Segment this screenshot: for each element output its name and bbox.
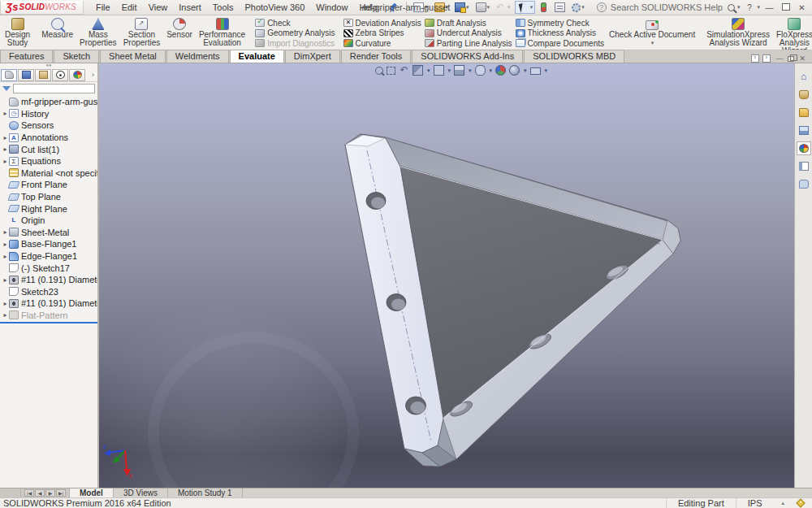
compare-documents-button[interactable]: Compare Documents [516, 38, 604, 48]
tab-evaluate[interactable]: Evaluate [230, 50, 284, 63]
print-dropdown-caret[interactable]: ▾ [487, 4, 490, 11]
tree-item-sketch17[interactable]: (-) Sketch17 [0, 262, 97, 274]
check-button[interactable]: Check [255, 18, 335, 28]
design-study-button[interactable]: Design Study ▾ [2, 16, 33, 50]
expand-arrow-icon[interactable]: ▸ [2, 276, 9, 284]
dimxpert-manager-tab[interactable] [52, 69, 68, 81]
search-dropdown-caret[interactable]: ▾ [737, 4, 741, 11]
search-icon[interactable] [728, 4, 735, 11]
menu-photoview360[interactable]: PhotoView 360 [239, 1, 310, 14]
select-dropdown-caret[interactable]: ▾ [530, 4, 533, 11]
help-button[interactable]: ? [742, 2, 756, 13]
curvature-button[interactable]: Curvature [343, 38, 421, 48]
tag-icon[interactable] [796, 498, 805, 507]
minimize-button[interactable]: — [762, 2, 776, 13]
tree-item-sketch23[interactable]: Sketch23 [0, 286, 97, 298]
zoom-to-fit-icon[interactable] [375, 67, 383, 75]
zebra-stripes-button[interactable]: Zebra Stripes [343, 28, 421, 38]
thickness-analysis-button[interactable]: Thickness Analysis [516, 28, 604, 38]
view-orientation-icon[interactable] [434, 65, 444, 76]
tree-item-flat-pattern[interactable]: ▸Flat-Pattern [0, 310, 97, 322]
tree-item-hole2[interactable]: ▸#11 (0.191) Diameter Hole2 [0, 297, 97, 310]
expand-arrow-icon[interactable]: ▸ [2, 253, 9, 260]
edit-appearance-icon[interactable] [495, 65, 506, 76]
tab-motion-study-1[interactable]: Motion Study 1 [168, 488, 243, 497]
close-button[interactable]: ✕ [795, 2, 809, 13]
help-dropdown-caret[interactable]: ▾ [757, 4, 760, 11]
undo-button[interactable]: ↶▾ [494, 1, 513, 14]
units-caret[interactable]: ▴ [773, 500, 793, 506]
import-diagnostics-button[interactable]: Import Diagnostics [255, 38, 335, 48]
expand-arrow-icon[interactable]: ▸ [2, 110, 9, 117]
save-dropdown-caret[interactable]: ▾ [466, 4, 469, 11]
section-properties-button[interactable]: Section Properties [120, 16, 164, 50]
section-view-icon[interactable] [412, 65, 423, 76]
tab-sheet-metal[interactable]: Sheet Metal [100, 50, 166, 63]
print-button[interactable]: ▾ [473, 1, 493, 14]
configuration-manager-tab[interactable] [35, 69, 51, 81]
tab-model[interactable]: Model [70, 488, 114, 497]
solidworks-resources-button[interactable]: ⌂ [797, 70, 811, 84]
tree-item-history[interactable]: ▸◷History [0, 108, 97, 120]
help-circle-icon[interactable]: ? [597, 2, 607, 12]
tab-weldments[interactable]: Weldments [166, 50, 229, 63]
tree-item-sensors[interactable]: Sensors [0, 119, 97, 132]
draft-analysis-button[interactable]: Draft Analysis [425, 18, 512, 28]
tree-item-annotations[interactable]: ▸AAnnotations [0, 132, 97, 144]
tab-solidworks-add-ins[interactable]: SOLIDWORKS Add-Ins [412, 50, 523, 63]
menu-view[interactable]: View [143, 1, 174, 14]
tree-item-equations[interactable]: ▸ΣEquations [0, 155, 97, 167]
mass-properties-button[interactable]: Mass Properties [76, 16, 120, 50]
simulationxpress-button[interactable]: SimulationXpress Analysis Wizard [703, 16, 773, 50]
menu-tools[interactable]: Tools [207, 1, 240, 14]
view-settings-caret[interactable]: ▾ [545, 67, 548, 74]
floxpress-button[interactable]: FloXpress Analysis Wizard [773, 16, 812, 50]
restore-button[interactable] [779, 2, 793, 13]
previous-view-icon[interactable]: ↶ [399, 65, 409, 76]
tab-solidworks-mbd[interactable]: SOLIDWORKS MBD [524, 50, 624, 63]
section-caret[interactable]: ▾ [427, 67, 430, 74]
units-selector[interactable]: IPS [736, 498, 774, 508]
sensor-button[interactable]: Sensor [163, 16, 196, 50]
apply-scene-icon[interactable] [509, 65, 520, 76]
property-manager-tab[interactable] [18, 69, 34, 81]
menu-window[interactable]: Window [310, 1, 353, 14]
next-tab-button[interactable]: ▶ [45, 489, 55, 497]
last-tab-button[interactable]: ▶| [56, 489, 66, 497]
expand-arrow-icon[interactable]: ▸ [2, 145, 9, 153]
solidworks-forum-button[interactable] [797, 177, 811, 191]
performance-evaluation-button[interactable]: Performance Evaluation [196, 16, 248, 50]
tree-item-material[interactable]: Material <not specified> [0, 167, 97, 180]
tree-item-base-flange[interactable]: ▸Base-Flange1 [0, 238, 97, 250]
tab-dimxpert[interactable]: DimXpert [285, 50, 340, 63]
tree-item-front-plane[interactable]: Front Plane [0, 179, 97, 191]
save-button[interactable]: ▾ [452, 1, 472, 14]
menu-edit[interactable]: Edit [116, 1, 143, 14]
doc-minimize-button[interactable]: — [774, 54, 784, 63]
tree-item-edge-flange[interactable]: ▸Edge-Flange1 [0, 250, 97, 263]
parting-line-analysis-button[interactable]: Parting Line Analysis [425, 38, 512, 48]
options-dropdown-caret[interactable]: ▾ [581, 4, 585, 11]
doc-restore-button[interactable] [788, 56, 794, 62]
measure-button[interactable]: Measure [38, 16, 76, 50]
view-palette-button[interactable] [797, 124, 811, 137]
view-settings-icon[interactable] [530, 67, 541, 75]
custom-properties-button[interactable] [797, 159, 811, 173]
tree-item-top-plane[interactable]: Top Plane [0, 191, 97, 203]
panel-tabs-chevron[interactable]: › [92, 71, 97, 79]
tree-item-cut-list[interactable]: ▸Cut list(1) [0, 143, 97, 155]
select-button[interactable]: ▾ [515, 1, 536, 14]
tree-item-hole1[interactable]: ▸#11 (0.191) Diameter Hole1 [0, 274, 97, 286]
file-explorer-button[interactable] [797, 106, 811, 119]
first-tab-button[interactable]: |◀ [24, 489, 34, 497]
zoom-to-area-icon[interactable] [387, 67, 395, 75]
hide-show-items-icon[interactable] [475, 65, 486, 76]
doc-next-icon[interactable] [762, 54, 771, 63]
expand-arrow-icon[interactable]: ▸ [2, 300, 9, 307]
model-3d-view[interactable] [99, 63, 794, 488]
expand-arrow-icon[interactable]: ▸ [2, 228, 9, 236]
expand-arrow-icon[interactable]: ▸ [2, 311, 9, 319]
tree-item-sheet-metal[interactable]: ▸Sheet-Metal [0, 227, 97, 239]
undercut-analysis-button[interactable]: Undercut Analysis [425, 28, 512, 38]
tab-3d-views[interactable]: 3D Views [114, 488, 168, 497]
